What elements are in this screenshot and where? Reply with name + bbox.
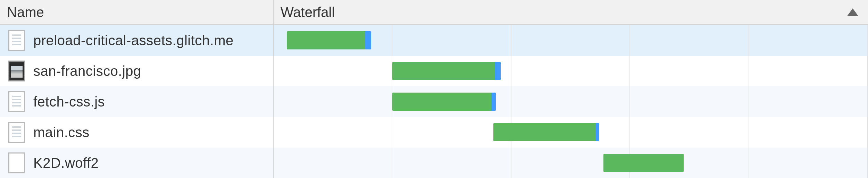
waterfall-cell[interactable] (274, 25, 868, 56)
table-body: preload-critical-assets.glitch.mesan-fra… (0, 25, 868, 178)
waterfall-bar[interactable] (603, 154, 684, 172)
name-cell[interactable]: K2D.woff2 (0, 148, 274, 178)
waterfall-cell[interactable] (274, 86, 868, 117)
bar-tail-segment (495, 62, 501, 80)
file-name-label: preload-critical-assets.glitch.me (33, 33, 234, 48)
column-header-name-label: Name (7, 5, 44, 20)
waterfall-bar[interactable] (493, 123, 599, 141)
waterfall-cell[interactable] (274, 148, 868, 178)
bar-download-segment (392, 93, 491, 111)
sort-ascending-icon (847, 8, 858, 16)
waterfall-cell[interactable] (274, 117, 868, 148)
waterfall-bar-track (274, 154, 868, 172)
name-cell[interactable]: main.css (0, 117, 274, 148)
file-font-icon (8, 152, 25, 173)
table-row[interactable]: san-francisco.jpg (0, 56, 868, 86)
bar-tail-segment (491, 93, 496, 111)
column-header-name[interactable]: Name (0, 0, 274, 24)
bar-download-segment (603, 154, 684, 172)
waterfall-bar-track (274, 93, 868, 111)
table-row[interactable]: preload-critical-assets.glitch.me (0, 25, 868, 56)
waterfall-bar-track (274, 123, 868, 141)
waterfall-bar-track (274, 31, 868, 49)
column-header-waterfall-label: Waterfall (281, 5, 335, 20)
column-header-waterfall[interactable]: Waterfall (274, 0, 868, 24)
name-cell[interactable]: san-francisco.jpg (0, 56, 274, 86)
bar-download-segment (392, 62, 494, 80)
waterfall-bar-track (274, 62, 868, 80)
table-row[interactable]: main.css (0, 117, 868, 148)
name-cell[interactable]: preload-critical-assets.glitch.me (0, 25, 274, 56)
file-text-icon (8, 91, 25, 112)
waterfall-bar[interactable] (392, 62, 501, 80)
waterfall-cell[interactable] (274, 56, 868, 86)
bar-download-segment (493, 123, 595, 141)
table-header: Name Waterfall (0, 0, 868, 25)
file-name-label: main.css (33, 125, 90, 140)
file-text-icon (8, 30, 25, 51)
bar-tail-segment (596, 123, 599, 141)
table-row[interactable]: K2D.woff2 (0, 148, 868, 178)
table-row[interactable]: fetch-css.js (0, 86, 868, 117)
waterfall-bar[interactable] (392, 93, 496, 111)
file-image-icon (8, 61, 25, 81)
file-name-label: K2D.woff2 (33, 155, 99, 171)
file-name-label: san-francisco.jpg (33, 63, 141, 79)
network-panel: Name Waterfall preload-critical-assets.g… (0, 0, 868, 181)
file-name-label: fetch-css.js (33, 94, 105, 110)
waterfall-bar[interactable] (287, 31, 371, 49)
bar-download-segment (287, 31, 365, 49)
file-text-icon (8, 122, 25, 143)
bar-tail-segment (365, 31, 371, 49)
name-cell[interactable]: fetch-css.js (0, 86, 274, 117)
